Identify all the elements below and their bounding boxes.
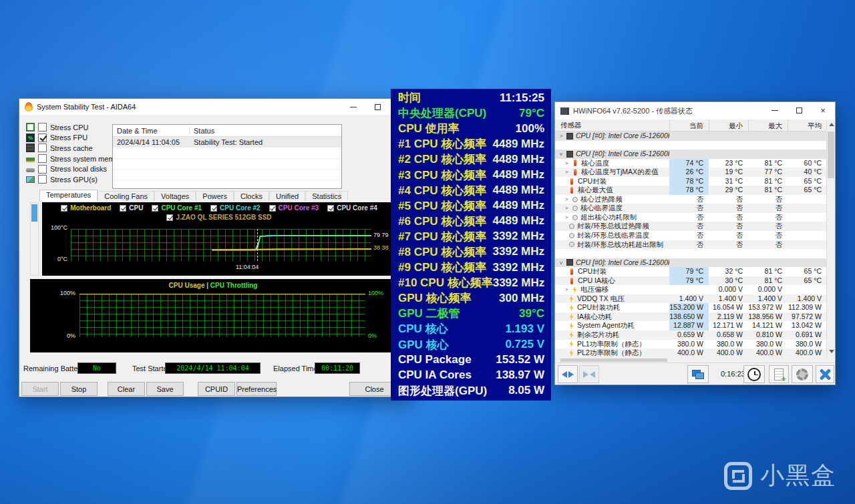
aida64-action-button[interactable]: Stop (60, 382, 98, 396)
aida64-action-button[interactable]: Start (21, 382, 59, 396)
sensor-row[interactable]: > 核心临界温度 否 否 否 (555, 204, 827, 213)
expand-arrow-icon[interactable]: > (565, 213, 572, 222)
legend-checkbox[interactable] (61, 205, 67, 212)
sensor-row[interactable]: PL2功率限制（静态） 400.0 W 400.0 W 400.0 W 400.… (555, 348, 827, 358)
stress-option-checkbox[interactable] (38, 134, 47, 142)
settings-button[interactable] (792, 365, 813, 383)
sensor-row[interactable]: CPU封装 79 °C 32 °C 81 °C 65 °C (555, 267, 827, 276)
osd-label: 中央处理器(CPU) (398, 105, 486, 121)
tab[interactable]: Unified (269, 191, 305, 201)
sensor-row[interactable]: 核心最大值 78 °C 29 °C 81 °C 65 °C (555, 186, 827, 195)
maximize-button[interactable] (787, 102, 811, 118)
log-col-status[interactable]: Status (190, 127, 214, 135)
close-x-icon (819, 368, 831, 381)
minimize-button[interactable] (763, 102, 787, 118)
sensor-row[interactable]: > 核心温度与TjMAX的差值 26 °C 19 °C 77 °C 40 °C (555, 168, 827, 177)
osd-value: 4489 MHz (493, 168, 544, 182)
vertical-scrollbar[interactable] (826, 119, 835, 356)
sensor-row[interactable]: CPU IA核心 79 °C 30 °C 81 °C 65 °C (555, 276, 827, 286)
sensor-max-value: 77 °C (748, 168, 788, 177)
stress-option-checkbox[interactable] (38, 165, 47, 174)
remote-sensors-button[interactable] (687, 365, 709, 383)
stress-option-label: Stress GPU(s) (50, 176, 98, 184)
tab[interactable]: Powers (196, 191, 234, 201)
expand-arrow-icon[interactable]: > (565, 168, 572, 177)
scroll-down-icon[interactable] (829, 350, 834, 353)
legend-checkbox[interactable] (152, 205, 158, 212)
expand-arrow-icon[interactable]: v (560, 150, 566, 159)
sensor-row[interactable]: 封装/环形总线临界温度 否 否 否 (555, 231, 827, 240)
sensor-row[interactable]: VDDQ TX 电压 1.400 V 1.400 V 1.400 V 1.400… (555, 294, 827, 304)
tab[interactable]: Cooling Fans (98, 191, 154, 201)
sensor-row[interactable]: > 核心过热降频 否 否 否 (555, 195, 827, 204)
tab[interactable]: Clocks (234, 191, 269, 201)
osd-row: #3 CPU 核心频率 4489 MHz (391, 167, 551, 182)
scrollbar-thumb[interactable] (31, 204, 37, 222)
sensor-row[interactable] (555, 249, 827, 258)
column-sensor[interactable]: 传感器 (555, 121, 669, 130)
stress-option-checkbox[interactable] (38, 175, 47, 184)
close-button[interactable]: × (811, 102, 835, 118)
aida64-action-button[interactable]: Clear (108, 382, 145, 396)
minimize-button[interactable] (341, 99, 365, 115)
sensor-row[interactable]: IA核心功耗 138.650 W 2.119 W 138.956 W 97.57… (555, 312, 827, 322)
hwinfo-titlebar[interactable]: HWiNFO64 v7.62-5200 - 传感器状态 × (555, 102, 835, 119)
column-avg[interactable]: 平均 (788, 119, 827, 131)
sensor-row[interactable]: > CPU [#0]: Intel Core i5-12600KF (555, 132, 827, 141)
sensor-row[interactable] (555, 141, 827, 150)
scrollbar-thumb[interactable] (560, 358, 667, 362)
expand-arrow-icon[interactable]: > (565, 285, 572, 294)
stress-option-checkbox[interactable] (38, 144, 47, 152)
graph-vertical-scrollbar[interactable] (30, 202, 39, 276)
tab[interactable]: Voltages (154, 191, 196, 201)
maximize-button[interactable] (365, 99, 389, 115)
watermark: 小黑盒 (724, 459, 836, 492)
column-min[interactable]: 最小 (709, 119, 748, 131)
sensor-row[interactable]: > 电压偏移 0.000 V 0.000 V (555, 285, 827, 294)
logging-button[interactable] (769, 365, 789, 383)
navigate-disabled-button[interactable] (579, 365, 599, 383)
sensor-current-value: 否 (669, 240, 709, 250)
stress-option-checkbox[interactable] (38, 123, 47, 132)
sensor-row[interactable]: 封装/环形总线功耗超出限制 否 否 否 (555, 240, 827, 250)
aida64-action-button[interactable]: Save (146, 382, 184, 396)
column-max[interactable]: 最大 (748, 119, 788, 131)
aida64-osd-panel[interactable]: 时间 11:15:25 中央处理器(CPU) 79°C CPU 使用率 100%… (391, 89, 551, 401)
clock-button[interactable] (743, 365, 765, 383)
tab[interactable]: Temperatures (39, 190, 98, 201)
log-col-datetime[interactable]: Date & Time (113, 127, 190, 135)
horizontal-scrollbar[interactable] (555, 358, 827, 362)
aida64-titlebar[interactable]: System Stability Test - AIDA64 × (19, 99, 413, 115)
close-sensors-button[interactable] (816, 365, 834, 383)
scrollbar-thumb[interactable] (828, 132, 834, 178)
sensor-row[interactable]: > 超出核心功耗限制 否 否 否 (555, 213, 827, 222)
legend-checkbox[interactable] (120, 205, 126, 212)
expand-arrow-icon[interactable]: > (565, 159, 572, 168)
legend-checkbox[interactable] (327, 205, 334, 212)
sensor-row[interactable]: v CPU [#0]: Intel Core i5-12600KF:... (555, 258, 827, 268)
sensor-row[interactable]: CPU封装功耗 153.200 W 16.054 W 153.972 W 112… (555, 303, 827, 312)
expand-arrow-icon[interactable]: > (565, 195, 572, 204)
navigate-back-forward-button[interactable] (558, 365, 578, 383)
sensor-row[interactable]: > 核心温度 74 °C 23 °C 81 °C 60 °C (555, 159, 827, 168)
aida64-action-button[interactable]: Preferences (236, 382, 277, 396)
sensor-row[interactable]: 剩余芯片功耗 0.659 W 0.658 W 0.810 W 0.691 W (555, 330, 827, 340)
expand-arrow-icon[interactable]: > (560, 132, 566, 141)
aida64-action-button[interactable]: CPUID (198, 382, 235, 396)
tab[interactable]: Statistics (305, 191, 348, 201)
sensor-row[interactable]: System Agent功耗 12.887 W 12.171 W 14.121 … (555, 321, 827, 330)
expand-arrow-icon[interactable]: v (560, 258, 566, 268)
legend-checkbox[interactable] (210, 205, 217, 212)
sensor-row[interactable]: 封装/环形总线过热降频 否 否 否 (555, 222, 827, 231)
sensor-row[interactable]: PL1功率限制（静态） 380.0 W 380.0 W 380.0 W 380.… (555, 340, 827, 349)
sensor-row[interactable]: v CPU [#0]: Intel Core i5-12600KF:... (555, 150, 827, 159)
column-current[interactable]: 当前 (669, 119, 709, 131)
sensor-current-value (669, 258, 709, 268)
sensor-row[interactable]: CPU封装 78 °C 31 °C 81 °C 65 °C (555, 177, 827, 186)
stress-option-checkbox[interactable] (38, 154, 47, 163)
expand-arrow-icon[interactable]: > (565, 204, 572, 213)
legend-checkbox[interactable] (269, 205, 276, 212)
legend-checkbox[interactable] (166, 214, 173, 221)
log-row[interactable]: 2024/4/14 11:04:05 Stability Test: Start… (113, 137, 341, 148)
scroll-up-icon[interactable] (829, 123, 834, 126)
